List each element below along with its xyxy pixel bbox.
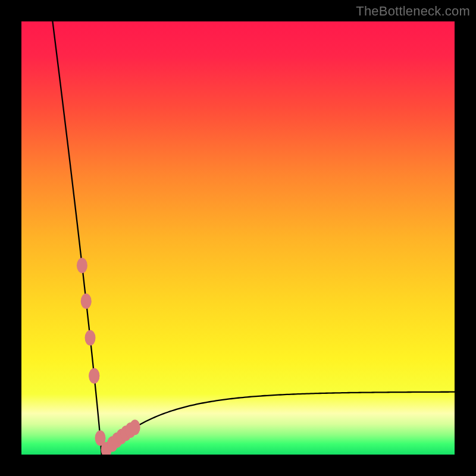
bottleneck-curve — [52, 21, 455, 455]
data-markers — [77, 258, 140, 455]
data-marker — [130, 419, 140, 435]
data-marker — [89, 368, 99, 384]
outer-frame: TheBottleneck.com — [0, 0, 476, 476]
data-marker — [81, 293, 92, 309]
bottleneck-curve-layer — [21, 21, 455, 455]
data-marker — [85, 330, 96, 346]
plot-area — [21, 21, 455, 455]
data-marker — [77, 258, 87, 273]
watermark-text: TheBottleneck.com — [356, 4, 470, 19]
